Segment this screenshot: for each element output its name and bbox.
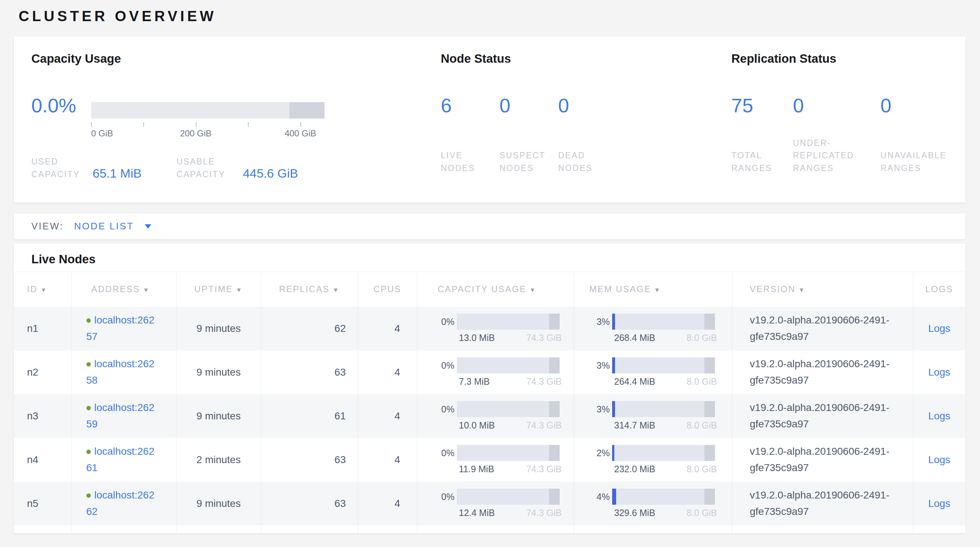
stat-label: TOTAL RANGES [731, 149, 783, 174]
summary-stat: 0 SUSPECT NODES [500, 95, 558, 174]
mem-percent-value: 3% [590, 360, 612, 371]
capacity-usage-cell: 0% 10.0 MiB 74.3 GiB [417, 394, 574, 438]
capacity-usage-bar [457, 357, 560, 374]
node-status-title: Node Status [441, 51, 666, 66]
mem-bar-cap [705, 445, 715, 461]
mem-total-value: 8.0 GiB [687, 376, 717, 387]
used-capacity-label: USED CAPACITY [31, 155, 87, 181]
usable-capacity-stat: USABLE CAPACITY 445.6 GiB [177, 155, 298, 181]
mem-percent-value: 3% [590, 404, 612, 415]
logs-link[interactable]: Logs [928, 366, 950, 378]
mem-usage-cell: 2% 232.0 MiB 8.0 GiB [574, 438, 732, 482]
logs-link[interactable]: Logs [928, 498, 950, 509]
mem-usage-cell: 3% 264.4 MiB 8.0 GiB [574, 350, 732, 394]
node-address-link[interactable]: localhost:26262 [86, 490, 154, 517]
mem-used-value: 329.6 MiB [614, 507, 655, 518]
stat-label: LIVE NODES [441, 149, 494, 174]
uptime-cell: 9 minutes [176, 482, 261, 525]
capacity-usage-cell: 0% 12.4 MiB 74.3 GiB [417, 482, 574, 525]
capacity-used-value: 12.4 MiB [459, 507, 495, 518]
capacity-axis-tick [301, 122, 301, 127]
node-id-cell: n5 [14, 482, 72, 525]
mem-bar-fill [612, 357, 615, 374]
mem-bar-fill [612, 445, 614, 461]
live-status-dot-icon [86, 406, 91, 410]
replication-status-title: Replication Status [731, 51, 972, 66]
capacity-bar-chart: 0 GiB 200 GiB 400 GiB [91, 102, 325, 139]
col-header-address[interactable]: ADDRESS▼ [72, 272, 176, 307]
version-cell: v19.2.0-alpha.20190606-2491-gfe735c9a97 [732, 438, 913, 482]
capacity-bar-cap [549, 313, 560, 330]
capacity-total-value: 74.3 GiB [526, 376, 562, 387]
capacity-used-value: 13.0 MiB [459, 332, 495, 343]
view-bar: VIEW: NODE LIST [14, 213, 966, 239]
mem-usage-cell: 3% 268.4 MiB 8.0 GiB [574, 307, 732, 350]
capacity-axis-label: 400 GiB [285, 128, 317, 138]
capacity-usage-bar [457, 401, 560, 417]
capacity-usage-cell: 0% 11.9 MiB 74.3 GiB [417, 438, 574, 482]
capacity-percent-value: 0% [434, 360, 457, 371]
capacity-usage-title: Capacity Usage [31, 51, 441, 66]
col-header-version[interactable]: VERSION▼ [732, 272, 913, 307]
logs-link[interactable]: Logs [928, 454, 950, 465]
replicas-cell: 62 [261, 307, 358, 350]
logs-cell: Logs [913, 350, 966, 394]
cpus-cell: 4 [358, 350, 417, 394]
mem-usage-cell: 3% 314.7 MiB 8.0 GiB [574, 394, 732, 438]
stat-label: DEAD NODES [558, 149, 611, 174]
mem-bar-fill [612, 401, 615, 417]
view-label: VIEW: [31, 221, 64, 232]
capacity-bar-cap [549, 489, 560, 505]
col-header-replicas[interactable]: REPLICAS▼ [261, 272, 358, 307]
capacity-used-value: 10.0 MiB [459, 420, 495, 431]
mem-used-value: 268.4 MiB [614, 332, 655, 343]
col-header-uptime[interactable]: UPTIME▼ [176, 272, 261, 307]
sort-arrow-icon: ▼ [40, 287, 48, 294]
capacity-axis-tick [248, 122, 249, 127]
cpus-cell: 4 [358, 482, 417, 525]
uptime-cell: 2 minutes [176, 438, 261, 482]
col-header-capacity[interactable]: CAPACITY USAGE▼ [417, 272, 574, 307]
live-nodes-card: Live Nodes ID▼ADDRESS▼UPTIME▼REPLICAS▼CP… [14, 243, 966, 533]
table-row: n5 localhost:26262 9 minutes 63 4 0% 12.… [14, 482, 966, 525]
node-address-link[interactable]: localhost:26259 [86, 402, 154, 429]
logs-link[interactable]: Logs [928, 323, 950, 334]
col-header-label: VERSION [750, 284, 796, 294]
replicas-cell: 63 [261, 438, 358, 482]
cluster-overview-page: CLUSTER OVERVIEW Capacity Usage 0.0% [0, 0, 980, 547]
mem-usage-bar [612, 313, 715, 330]
node-address-link[interactable]: localhost:26261 [86, 445, 154, 473]
live-status-dot-icon [86, 318, 91, 323]
node-address-link[interactable]: localhost:26257 [86, 314, 154, 342]
table-row: n4 localhost:26261 2 minutes 63 4 0% 11.… [14, 438, 966, 482]
replicas-cell: 63 [261, 350, 358, 394]
nodes-table: ID▼ADDRESS▼UPTIME▼REPLICAS▼CPUSCAPACITY … [14, 272, 966, 533]
logs-link[interactable]: Logs [928, 410, 950, 421]
mem-usage-bar [612, 489, 715, 505]
node-list-dropdown-value[interactable]: NODE LIST [74, 221, 134, 232]
page-title: CLUSTER OVERVIEW [19, 8, 216, 24]
live-nodes-title: Live Nodes [31, 252, 966, 267]
node-id-cell: n4 [14, 438, 72, 482]
capacity-bar-cap [549, 357, 560, 374]
version-text: v19.2.0-alpha.20190606-2491-gfe735c9a97 [750, 312, 903, 345]
sort-arrow-icon: ▼ [799, 287, 805, 294]
mem-percent-value: 4% [590, 491, 612, 502]
col-header-mem[interactable]: MEM USAGE▼ [574, 272, 732, 307]
col-header-label: ADDRESS [92, 284, 140, 294]
node-address-link[interactable]: localhost:26258 [86, 358, 154, 386]
mem-bar-fill [612, 313, 615, 330]
node-address-cell: localhost:26257 [72, 307, 176, 350]
live-status-dot-icon [86, 493, 91, 498]
capacity-percent-value: 0% [434, 404, 457, 415]
capacity-total-value: 74.3 GiB [526, 420, 562, 431]
stat-label: UNAVAILABLE RANGES [880, 149, 966, 174]
node-list-dropdown[interactable]: NODE LIST [74, 221, 151, 232]
mem-total-value: 8.0 GiB [687, 420, 717, 431]
summary-stat: 6 LIVE NODES [441, 95, 500, 174]
stat-value: 0 [500, 95, 558, 115]
col-header-id[interactable]: ID▼ [14, 272, 72, 307]
logs-cell: Logs [913, 438, 966, 482]
mem-bar-cap [705, 489, 715, 505]
version-cell: v19.2.0-alpha.20190606-2491-gfe735c9a97 [732, 307, 913, 350]
